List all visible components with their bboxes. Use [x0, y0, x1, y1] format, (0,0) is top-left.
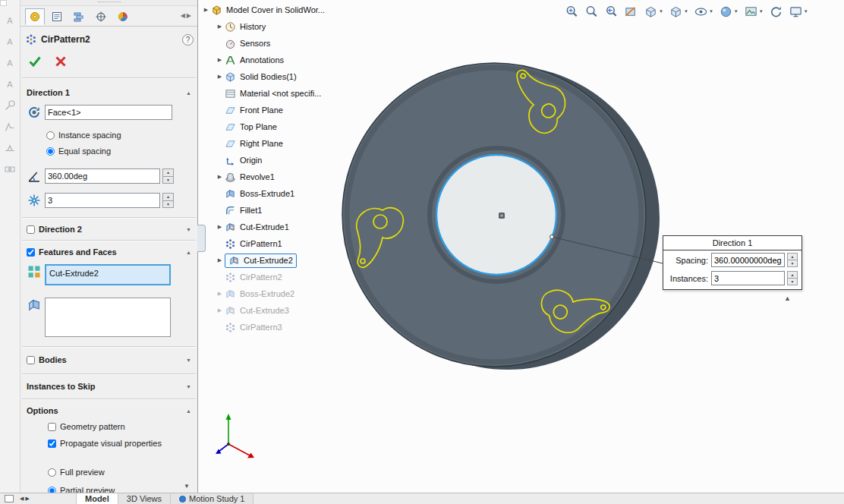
propagate-visual-checkbox[interactable]: Propagate visual properties: [48, 439, 168, 448]
full-preview-radio-input[interactable]: [48, 468, 56, 477]
tree-item-solid-bodies[interactable]: ▶ Solid Bodies(1): [201, 68, 380, 85]
edit-appearance-icon[interactable]: ▼: [718, 2, 739, 20]
options-section-header[interactable]: Options ▲: [20, 403, 197, 418]
tree-item-cut-extrude3[interactable]: ▶ Cut-Extrude3: [201, 302, 380, 319]
tab-scroll-controls[interactable]: ◀▶: [20, 496, 31, 502]
format-painter-icon[interactable]: [2, 55, 18, 71]
tree-item-sensors[interactable]: Sensors: [201, 35, 380, 52]
instance-spacing-radio[interactable]: Instance spacing: [46, 131, 121, 140]
tab-model[interactable]: Model: [76, 493, 118, 504]
direction1-section-header[interactable]: Direction 1▲: [20, 85, 197, 100]
expand-arrow-icon[interactable]: ▶: [215, 174, 225, 180]
panel-gripper[interactable]: [20, 0, 197, 6]
cancel-button[interactable]: [54, 55, 68, 68]
direction2-section-header[interactable]: Direction 2 ▼: [20, 222, 197, 237]
expand-arrow-icon[interactable]: ▶: [215, 57, 225, 63]
tab-scroll-right-icon[interactable]: ▶: [187, 12, 193, 19]
pattern-axis-input[interactable]: [48, 108, 169, 117]
center-hole-highlighted-edge[interactable]: [436, 155, 556, 275]
tab-configurations[interactable]: [47, 8, 67, 25]
collapse-icon[interactable]: ▲: [186, 90, 191, 96]
ok-button[interactable]: [28, 55, 42, 68]
apply-scene-icon[interactable]: ▼: [743, 2, 764, 20]
tab-property-manager[interactable]: [25, 8, 45, 25]
angle-spinner[interactable]: ▲▼: [162, 169, 174, 184]
geometry-pattern-checkbox-input[interactable]: [48, 423, 56, 431]
instance-spacing-radio-input[interactable]: [46, 131, 55, 140]
full-preview-radio[interactable]: Full preview: [48, 468, 105, 477]
partial-preview-radio-input[interactable]: [48, 487, 56, 493]
tree-item-cut-extrude2[interactable]: ▶ Cut-Extrude2: [201, 252, 380, 269]
bodies-section-header[interactable]: Bodies ▼: [20, 352, 197, 367]
instance-count-input[interactable]: [48, 196, 157, 205]
view-orientation-icon[interactable]: ▼: [643, 2, 664, 20]
tree-item-history[interactable]: ▶ History: [201, 18, 380, 35]
instances-spinner[interactable]: ▲▼: [787, 271, 798, 285]
tab-scroll-left-icon[interactable]: ◀: [181, 12, 187, 19]
geometric-tolerance-icon[interactable]: [2, 161, 18, 178]
tab-3d-views[interactable]: 3D Views: [118, 493, 171, 504]
expand-arrow-icon[interactable]: ▶: [215, 291, 225, 297]
selected-feature[interactable]: Cut-Extrude2: [46, 266, 169, 278]
surface-finish-icon[interactable]: [2, 118, 18, 135]
previous-view-icon[interactable]: [603, 2, 619, 20]
features-and-faces-checkbox[interactable]: [27, 248, 35, 257]
faces-selection-box[interactable]: [45, 298, 171, 337]
expand-icon[interactable]: ▼: [186, 384, 191, 389]
tree-root[interactable]: ▶ Model Cover in SolidWor...: [201, 2, 380, 18]
instance-count-field[interactable]: [45, 193, 160, 208]
tree-item-annotations[interactable]: ▶ Annotations: [201, 52, 380, 68]
linked-note-icon[interactable]: [2, 76, 18, 93]
direction2-checkbox[interactable]: [27, 225, 35, 234]
display-style-icon[interactable]: ▼: [668, 2, 689, 20]
instances-field[interactable]: [711, 271, 785, 285]
expand-arrow-icon[interactable]: ▶: [215, 224, 225, 230]
pattern-axis-field[interactable]: [45, 105, 172, 120]
propagate-visual-checkbox-input[interactable]: [48, 439, 56, 448]
instance-count-spinner[interactable]: ▲▼: [162, 193, 174, 208]
tree-item-fillet1[interactable]: Fillet1: [201, 202, 380, 219]
callout-collapse-icon[interactable]: ▲: [784, 295, 791, 302]
tab-display-manager[interactable]: [69, 8, 89, 25]
features-and-faces-section-header[interactable]: Features and Faces ▲: [20, 244, 197, 260]
tree-item-cirpattern1[interactable]: CirPattern1: [201, 235, 380, 252]
spell-checker-icon[interactable]: [2, 33, 18, 50]
tree-item-boss-extrude1[interactable]: Boss-Extrude1: [201, 185, 380, 202]
expand-arrow-icon[interactable]: ▶: [215, 307, 225, 313]
panel-flyout-handle[interactable]: [197, 225, 206, 252]
spacing-spinner[interactable]: ▲▼: [787, 253, 798, 267]
expand-arrow-icon[interactable]: ▶: [215, 257, 225, 263]
collapse-icon[interactable]: ▲: [186, 250, 191, 255]
bodies-checkbox[interactable]: [27, 356, 35, 364]
expand-icon[interactable]: ▼: [186, 358, 191, 363]
tab-motion-study-1[interactable]: Motion Study 1: [171, 493, 254, 504]
viewport-canvas[interactable]: ▶ Model Cover in SolidWor... ▶ History S…: [198, 0, 844, 493]
spacing-field[interactable]: [711, 253, 785, 267]
tree-item-cut-extrude1[interactable]: ▶ Cut-Extrude1: [201, 219, 380, 235]
zoom-to-fit-icon[interactable]: [564, 2, 580, 20]
tree-item-top-plane[interactable]: Top Plane: [201, 118, 380, 135]
partial-preview-radio[interactable]: Partial preview: [48, 486, 115, 493]
tree-item-boss-extrude2[interactable]: ▶ Boss-Extrude2: [201, 285, 380, 302]
tab-dimxpert[interactable]: [91, 8, 111, 25]
features-selection-box[interactable]: Cut-Extrude2: [45, 264, 171, 285]
expand-arrow-icon[interactable]: ▶: [215, 74, 225, 80]
tab-appearances[interactable]: [113, 8, 133, 25]
tree-item-material[interactable]: Material <not specifi...: [201, 85, 380, 102]
balloon-icon[interactable]: [2, 97, 18, 114]
help-button[interactable]: ?: [182, 34, 194, 46]
hide-show-items-icon[interactable]: ▼: [693, 2, 714, 20]
tree-item-right-plane[interactable]: Right Plane: [201, 135, 380, 152]
weld-symbol-icon[interactable]: [2, 140, 18, 156]
equal-spacing-radio[interactable]: Equal spacing: [46, 146, 111, 156]
selected-tree-item[interactable]: Cut-Extrude2: [225, 254, 297, 268]
collapse-icon[interactable]: ▲: [186, 408, 191, 414]
angle-input[interactable]: [48, 172, 157, 181]
tree-item-cirpattern3[interactable]: CirPattern3: [201, 319, 380, 335]
section-view-icon[interactable]: [623, 2, 639, 20]
instances-to-skip-section-header[interactable]: Instances to Skip ▼: [20, 379, 197, 394]
tree-item-front-plane[interactable]: Front Plane: [201, 102, 380, 118]
rotate-view-icon[interactable]: [768, 2, 784, 20]
angle-field[interactable]: [45, 169, 160, 184]
zoom-to-area-icon[interactable]: [584, 2, 600, 20]
